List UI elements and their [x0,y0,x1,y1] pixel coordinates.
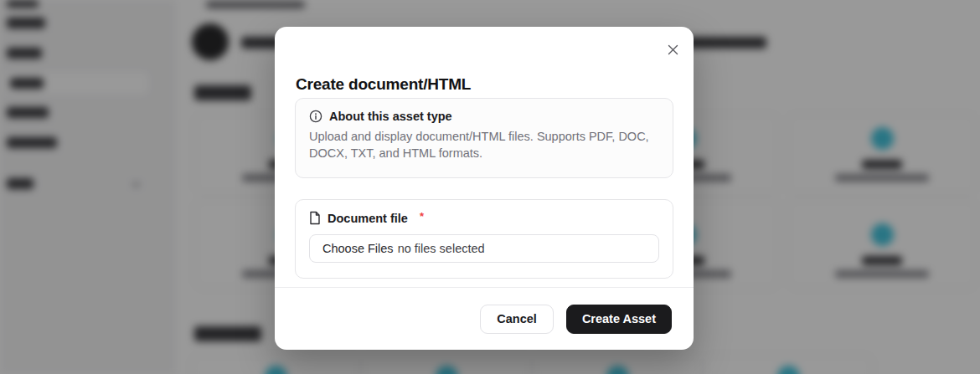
file-input-status: no files selected [398,242,485,255]
document-file-field-group: Document file * Choose Files no files se… [295,199,673,279]
document-icon [309,211,321,225]
choose-files-button[interactable]: Choose Files [322,242,394,255]
required-marker: * [420,210,424,223]
document-file-input[interactable]: Choose Files no files selected [309,234,659,263]
app-window: Create document/HTML About this asset ty… [0,0,980,374]
info-icon [309,110,322,123]
about-panel-title: About this asset type [329,110,452,123]
create-document-modal: Create document/HTML About this asset ty… [275,27,694,350]
close-button[interactable] [664,43,681,59]
modal-footer: Cancel Create Asset [275,288,694,350]
document-file-label: Document file [328,212,408,225]
create-asset-button[interactable]: Create Asset [566,305,672,334]
modal-title: Create document/HTML [296,75,471,94]
close-icon [667,44,679,59]
about-panel-description: Upload and display document/HTML files. … [309,128,654,161]
cancel-button[interactable]: Cancel [480,305,554,334]
about-asset-type-panel: About this asset type Upload and display… [295,98,673,178]
